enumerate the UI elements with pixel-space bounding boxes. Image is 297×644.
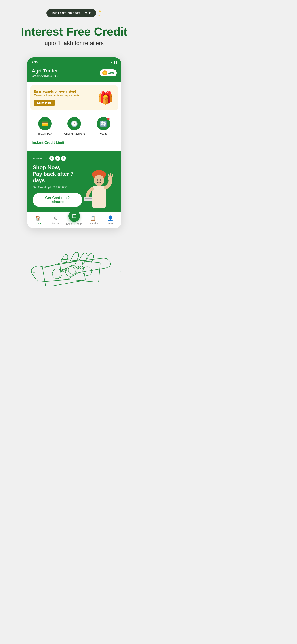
repay-label: Repay [99, 132, 107, 135]
svg-line-12 [112, 175, 112, 177]
svg-text:": " [33, 270, 35, 278]
svg-rect-5 [92, 186, 106, 208]
money-svg: 100 100 " " [16, 237, 132, 286]
status-icons: ▲ ▐ [110, 60, 117, 64]
scan-qr-label: Scan QR code [66, 222, 82, 225]
nav-transaction[interactable]: 📋 Transaction [86, 215, 99, 224]
svg-point-3 [96, 179, 98, 181]
svg-line-10 [109, 174, 109, 176]
pending-payments-label: Pending Payments [63, 132, 86, 135]
signal-icon: ▲ [110, 60, 113, 64]
discover-icon: ⊙ [54, 215, 58, 221]
svg-point-4 [100, 179, 101, 181]
svg-point-6 [99, 190, 99, 190]
home-label: Home [35, 222, 42, 224]
home-icon: 🏠 [35, 215, 41, 221]
powered-logo-2: ✕ [55, 156, 60, 161]
nav-home[interactable]: 🏠 Home [31, 215, 45, 224]
instant-pay-icon: 💳 [38, 117, 52, 130]
phone-mockup: 9:30 ▲ ▐ Agri Trader Credit Available : … [27, 58, 121, 228]
nav-discover[interactable]: ⊙ Discover [49, 215, 62, 224]
nav-scan-qr[interactable]: ⊟ Scan QR code [66, 215, 82, 225]
promo-section: Powered by: A ✕ A Shop Now,Pay back afte… [27, 152, 121, 212]
user-name: Agri Trader [32, 68, 58, 74]
top-badge-section: INSTANT CREDIT LIMIT ✦ ✦ [46, 9, 102, 17]
status-time: 9:30 [32, 60, 37, 64]
powered-by-label: Powered by: [33, 157, 48, 160]
reward-card: Earn rewards on every step! Earn on all … [30, 85, 118, 110]
transaction-label: Transaction [86, 222, 99, 224]
instant-pay-label: Instant Pay [38, 132, 52, 135]
coin-icon: ⭐ [102, 70, 107, 75]
powered-logo-3: A [61, 156, 66, 161]
transaction-icon: 📋 [90, 215, 96, 221]
hero-title: Interest Free Credit [21, 25, 128, 38]
svg-point-2 [94, 175, 104, 186]
svg-line-11 [110, 174, 111, 176]
user-info: Agri Trader Credit Available : ₹ 0 [32, 68, 58, 78]
reward-text: Earn rewards on every step! Earn on all … [34, 90, 80, 106]
sparkle-small-icon: ✦ [98, 14, 100, 17]
user-info-row: Agri Trader Credit Available : ₹ 0 ⭐ 459 [32, 68, 117, 78]
repay-notification-dot [107, 118, 109, 120]
action-row: 💳 Instant Pay 🕐 Pending Payments 🔄 Repay [27, 112, 121, 138]
powered-by-row: Powered by: A ✕ A [33, 156, 116, 161]
promo-person-illustration [82, 168, 116, 212]
money-illustration: 100 100 " " [16, 237, 132, 286]
repay-icon: 🔄 [97, 117, 110, 130]
sparkles-decoration: ✦ ✦ [98, 9, 102, 17]
status-bar: 9:30 ▲ ▐ [32, 60, 117, 64]
promo-sub: Get Credit upto ₹ 1,00,000 [33, 186, 82, 189]
svg-rect-13 [84, 196, 92, 202]
phone-header: 9:30 ▲ ▐ Agri Trader Credit Available : … [27, 58, 121, 82]
profile-icon: 👤 [107, 215, 113, 221]
battery-icon: ▐ [113, 61, 117, 64]
know-more-button[interactable]: Know More [34, 100, 55, 106]
instant-pay-item[interactable]: 💳 Instant Pay [30, 117, 60, 135]
coin-count: 459 [108, 71, 114, 75]
pending-payments-item[interactable]: 🕐 Pending Payments [60, 117, 89, 135]
powered-logo-1: A [49, 156, 54, 161]
reward-sub: Earn on all payments and repayments. [34, 94, 80, 98]
nav-profile[interactable]: 👤 Profile [103, 215, 117, 224]
svg-text:100: 100 [77, 265, 84, 270]
svg-text:": " [118, 269, 121, 276]
credit-label: Credit Available : ₹ 0 [32, 74, 58, 78]
instant-credit-badge: INSTANT CREDIT LIMIT [46, 9, 96, 17]
promo-headline: Shop Now,Pay back after 7 days [33, 164, 82, 184]
reward-title: Earn rewards on every step! [34, 90, 80, 93]
svg-point-7 [99, 192, 99, 193]
repay-item[interactable]: 🔄 Repay [89, 117, 118, 135]
profile-label: Profile [107, 222, 114, 224]
svg-rect-15 [42, 260, 86, 286]
credit-section-title: Instant Credit Limit [32, 141, 64, 144]
get-credit-button[interactable]: Get Credit in 2 minutes [33, 193, 82, 207]
bottom-nav: 🏠 Home ⊙ Discover ⊟ Scan QR code 📋 Trans… [27, 212, 121, 228]
powered-logos: A ✕ A [49, 156, 66, 161]
discover-label: Discover [51, 222, 60, 224]
hero-subtitle: upto 1 lakh for retailers [45, 40, 104, 47]
promo-content: Shop Now,Pay back after 7 days Get Credi… [33, 164, 82, 212]
credit-section: Instant Credit Limit [27, 138, 121, 149]
sparkle-big-icon: ✦ [98, 9, 102, 14]
pending-payments-icon: 🕐 [67, 117, 81, 130]
coin-badge: ⭐ 459 [100, 69, 117, 76]
gift-box-icon: 🎁 [96, 89, 114, 107]
svg-point-8 [99, 195, 99, 196]
